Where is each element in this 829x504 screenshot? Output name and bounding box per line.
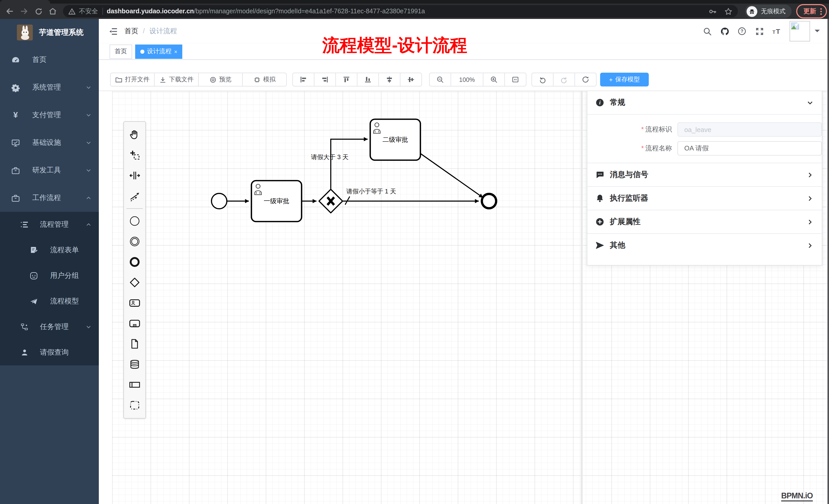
breadcrumb-home[interactable]: 首页 (124, 27, 138, 35)
required-mark: * (641, 144, 644, 152)
listeners-section-header[interactable]: 执行监听器 (587, 187, 822, 210)
browser-menu-icon[interactable] (820, 8, 822, 14)
monitor-icon (11, 139, 20, 147)
section-title: 执行监听器 (610, 193, 801, 203)
sidebar-item-process-model[interactable]: 流程模型 (0, 288, 99, 314)
sidebar-item-infra[interactable]: 基础设施 (0, 129, 99, 157)
back-icon[interactable] (3, 4, 17, 18)
extensions-section-header[interactable]: 扩展属性 (587, 210, 822, 233)
update-button[interactable]: 更新 (796, 4, 827, 18)
sidebar-item-devtools[interactable]: 研发工具 (0, 157, 99, 184)
hand-tool-icon[interactable] (126, 124, 143, 145)
breadcrumb-current: 设计流程 (149, 27, 177, 35)
browser-tabstrip (0, 0, 829, 4)
fit-viewport-icon[interactable] (504, 73, 527, 86)
align-center-vertical-icon[interactable] (379, 73, 400, 86)
end-event-icon[interactable] (126, 252, 143, 272)
plus-icon: + (609, 76, 613, 83)
subprocess-icon[interactable] (126, 313, 143, 334)
field-process-name: *流程名称 (587, 141, 822, 156)
sidebar-item-payment[interactable]: ¥ 支付管理 (0, 101, 99, 129)
restart-icon[interactable] (575, 73, 597, 86)
download-file-button[interactable]: 下载文件 (154, 73, 199, 86)
sidebar-item-leave-query[interactable]: 请假查询 (0, 340, 99, 365)
security-label[interactable]: 不安全 (79, 7, 98, 15)
help-icon[interactable]: ? (733, 19, 751, 43)
sidebar-item-system[interactable]: 系统管理 (0, 74, 99, 101)
section-title: 其他 (610, 240, 801, 250)
active-dot (140, 49, 144, 53)
intermediate-event-icon[interactable] (126, 231, 143, 252)
open-file-button[interactable]: 打开文件 (110, 73, 155, 86)
url-bar[interactable]: 不安全 dashboard.yudao.iocoder.cn/bpm/manag… (63, 5, 738, 17)
process-name-input[interactable] (678, 141, 822, 156)
sidebar-item-process-form[interactable]: 流程表单 (0, 237, 99, 263)
chip-icon (253, 76, 261, 83)
redo-icon[interactable] (553, 73, 575, 86)
sidebar-item-user-group[interactable]: 用户分组 (0, 263, 99, 288)
align-left-icon[interactable] (292, 73, 314, 86)
other-section-header[interactable]: 其他 (587, 234, 822, 257)
bpmn-io-watermark[interactable]: BPMN.iO (781, 491, 813, 501)
tag-home[interactable]: 首页 (110, 44, 132, 59)
align-bottom-icon[interactable] (357, 73, 379, 86)
reload-icon[interactable] (31, 4, 45, 18)
sidebar-item-task-mgmt[interactable]: 任务管理 (0, 314, 99, 340)
group-icon[interactable] (126, 395, 143, 416)
password-key-icon[interactable] (708, 7, 717, 15)
participant-icon[interactable] (126, 375, 143, 395)
global-connect-tool-icon[interactable] (126, 186, 143, 206)
sidebar-item-process-mgmt[interactable]: 流程管理 (0, 212, 99, 237)
zoom-in-icon[interactable] (483, 73, 505, 86)
user-task-icon[interactable] (126, 293, 143, 313)
start-event-icon[interactable] (126, 211, 143, 231)
screen: 不安全 dashboard.yudao.iocoder.cn/bpm/manag… (0, 0, 829, 504)
tag-design-process[interactable]: 设计流程 × (135, 44, 183, 59)
font-size-icon[interactable]: TT (768, 19, 786, 43)
undo-icon[interactable] (532, 73, 553, 86)
gateway-icon[interactable] (126, 272, 143, 293)
align-top-icon[interactable] (335, 73, 357, 86)
zoom-level-display[interactable]: 100% (450, 73, 483, 86)
github-icon[interactable] (716, 19, 733, 43)
panel-section-messages: 消息与信号 (587, 163, 822, 186)
search-icon[interactable] (698, 19, 716, 43)
fullscreen-icon[interactable] (751, 19, 768, 43)
sidebar-item-workflow[interactable]: 工作流程 (0, 184, 99, 212)
bpmn-canvas[interactable]: 请假大于 3 天 请假小于等于 1 天 一级审批 (99, 90, 829, 504)
tree-list-icon (21, 221, 29, 229)
breadcrumb-separator: / (143, 27, 145, 35)
data-object-icon[interactable] (126, 334, 143, 354)
space-tool-icon[interactable] (126, 165, 143, 186)
panel-section-other: 其他 (587, 233, 822, 265)
url-text[interactable]: dashboard.yudao.iocoder.cn/bpm/manager/m… (107, 8, 708, 15)
sidebar-item-home[interactable]: 首页 (0, 46, 99, 74)
app-logo: 芋道管理系统 (0, 19, 99, 46)
general-section-header[interactable]: i 常规 (587, 91, 822, 114)
process-key-input[interactable] (678, 122, 822, 137)
close-icon[interactable]: × (174, 48, 177, 54)
align-center-horizontal-icon[interactable] (400, 73, 422, 86)
chevron-up-icon (85, 222, 92, 228)
save-model-button[interactable]: + 保存模型 (600, 73, 649, 86)
avatar-dropdown-caret[interactable] (815, 30, 820, 35)
zoom-button-group: 100% (429, 73, 527, 86)
forward-icon[interactable] (17, 4, 31, 18)
messages-section-header[interactable]: 消息与信号 (587, 163, 822, 186)
align-right-icon[interactable] (314, 73, 336, 86)
zoom-out-icon[interactable] (429, 73, 451, 86)
simulate-button[interactable]: 模拟 (242, 73, 287, 86)
sidebar-item-label: 支付管理 (32, 111, 73, 120)
avatar[interactable] (790, 21, 810, 41)
preview-button[interactable]: 预览 (198, 73, 243, 86)
data-store-icon[interactable] (126, 354, 143, 375)
hamburger-icon[interactable] (109, 27, 118, 36)
chevron-down-icon (85, 167, 92, 173)
panel-resize-divider[interactable] (581, 91, 583, 504)
browser-toolbar: 不安全 dashboard.yudao.iocoder.cn/bpm/manag… (0, 4, 829, 19)
briefcase-icon (11, 166, 20, 175)
home-icon[interactable] (45, 4, 60, 18)
bookmark-star-icon[interactable] (724, 7, 733, 15)
lasso-tool-icon[interactable] (126, 145, 143, 165)
browser-active-tab[interactable] (0, 0, 50, 4)
